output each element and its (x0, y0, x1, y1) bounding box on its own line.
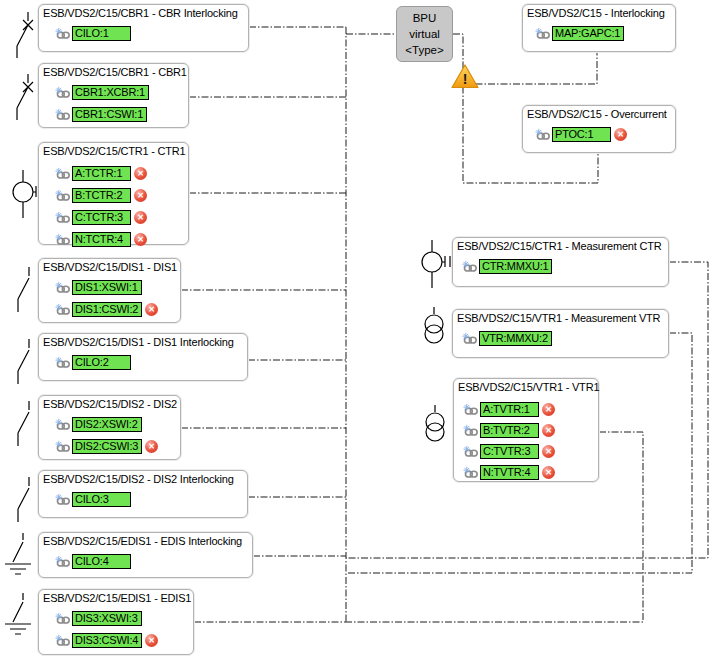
link-icon (462, 332, 479, 346)
node-ctr1[interactable]: ESB/VDS2/C15/CTR1 - CTR1 A:TCTR:1 ✕ B:TC… (38, 142, 189, 245)
bpu-type: <Type> (397, 43, 452, 57)
circuit-breaker-icon (6, 73, 40, 121)
link-icon (55, 281, 72, 295)
logical-node-item[interactable]: DIS3:XSWI:3 (55, 611, 193, 626)
logical-node-item[interactable]: A:TVTR:1 ✕ (463, 402, 598, 417)
logical-node-item[interactable]: CBR1:CSWI:1 (55, 107, 188, 122)
link-icon (535, 27, 552, 41)
logical-node-label: B:TVTR:2 (480, 423, 539, 438)
logical-node-item[interactable]: CTR:MMXU:1 (462, 259, 668, 274)
bpu-virtual-device[interactable]: BPU virtual <Type> (396, 6, 453, 62)
sld-mapping-diagram: BPU virtual <Type> ! ESB/VDS2/C15/CBR1 -… (0, 0, 718, 666)
logical-node-label: N:TCTR:4 (72, 232, 131, 247)
link-icon (463, 466, 480, 480)
logical-node-item[interactable]: CILO:2 (55, 355, 247, 370)
node-edis-interlocking[interactable]: ESB/VDS2/C15/EDIS1 - EDIS Interlocking C… (38, 532, 253, 578)
logical-node-label: C:TCTR:3 (72, 210, 131, 225)
logical-node-label: CBR1:XCBR:1 (72, 85, 149, 100)
logical-node-item[interactable]: CILO:3 (55, 492, 247, 507)
logical-node-item[interactable]: B:TCTR:2 ✕ (55, 188, 188, 203)
warning-icon[interactable]: ! (450, 63, 480, 90)
error-icon: ✕ (145, 634, 158, 647)
link-icon (55, 189, 72, 203)
logical-node-label: DIS3:CSWI:4 (72, 633, 142, 648)
logical-node-label: CILO:3 (72, 492, 131, 507)
node-cbr-interlocking[interactable]: ESB/VDS2/C15/CBR1 - CBR Interlocking CIL… (38, 4, 249, 52)
logical-node-label: DIS2:CSWI:3 (72, 439, 142, 454)
logical-node-item[interactable]: CBR1:XCBR:1 (55, 85, 188, 100)
logical-node-item[interactable]: DIS1:CSWI:2 ✕ (55, 302, 180, 317)
bpu-subtitle: virtual (397, 27, 452, 41)
logical-node-label: C:TVTR:3 (480, 444, 539, 459)
link-icon (55, 233, 72, 247)
logical-node-label: CTR:MMXU:1 (479, 259, 552, 274)
logical-node-label: N:TVTR:4 (480, 465, 539, 480)
circuit-breaker-icon (6, 11, 40, 59)
logical-node-item[interactable]: DIS2:CSWI:3 ✕ (55, 439, 180, 454)
logical-node-item[interactable]: PTOC:1 ✕ (535, 127, 675, 142)
error-icon: ✕ (134, 233, 147, 246)
error-icon: ✕ (614, 128, 627, 141)
logical-node-item[interactable]: CILO:1 (55, 26, 248, 41)
logical-node-item[interactable]: VTR:MMXU:2 (462, 331, 668, 346)
node-title: ESB/VDS2/C15/CBR1 - CBR Interlocking (39, 5, 248, 20)
node-dis2-interlocking[interactable]: ESB/VDS2/C15/DIS2 - DIS2 Interlocking CI… (38, 470, 248, 518)
node-title: ESB/VDS2/C15/VTR1 - Measurement VTR (453, 310, 668, 325)
link-icon (55, 612, 72, 626)
link-icon (463, 403, 480, 417)
logical-node-label: A:TCTR:1 (72, 166, 131, 181)
node-measurement-vtr[interactable]: ESB/VDS2/C15/VTR1 - Measurement VTR VTR:… (452, 309, 669, 358)
error-icon: ✕ (542, 403, 555, 416)
connection-line (463, 52, 597, 84)
error-icon: ✕ (134, 189, 147, 202)
node-title: ESB/VDS2/C15/DIS2 - DIS2 (39, 396, 180, 411)
link-icon (55, 27, 72, 41)
node-measurement-ctr[interactable]: ESB/VDS2/C15/CTR1 - Measurement CTR CTR:… (452, 237, 669, 287)
logical-node-item[interactable]: DIS1:XSWI:1 (55, 280, 180, 295)
node-cbr1[interactable]: ESB/VDS2/C15/CBR1 - CBR1 CBR1:XCBR:1 CBR… (38, 63, 189, 128)
error-icon: ✕ (542, 445, 555, 458)
link-icon (55, 356, 72, 370)
node-title: ESB/VDS2/C15/DIS1 - DIS1 Interlocking (39, 334, 247, 349)
logical-node-item[interactable]: CILO:4 (55, 554, 252, 569)
logical-node-item[interactable]: C:TCTR:3 ✕ (55, 210, 188, 225)
logical-node-item[interactable]: B:TVTR:2 ✕ (463, 423, 598, 438)
node-overcurrent[interactable]: ESB/VDS2/C15 - Overcurrent PTOC:1 ✕ (522, 105, 676, 153)
link-icon (535, 128, 552, 142)
logical-node-item[interactable]: A:TCTR:1 ✕ (55, 166, 188, 181)
logical-node-item[interactable]: MAP:GAPC:1 (535, 26, 675, 41)
link-icon (55, 493, 72, 507)
node-title: ESB/VDS2/C15/DIS1 - DIS1 (39, 259, 180, 274)
node-dis1[interactable]: ESB/VDS2/C15/DIS1 - DIS1 DIS1:XSWI:1 DIS… (38, 258, 181, 323)
logical-node-label: DIS2:XSWI:2 (72, 417, 142, 432)
voltage-transformer-icon (420, 404, 450, 450)
error-icon: ✕ (145, 303, 158, 316)
node-edis1[interactable]: ESB/VDS2/C15/EDIS1 - EDIS1 DIS3:XSWI:3 D… (38, 589, 194, 655)
logical-node-label: PTOC:1 (552, 127, 611, 142)
node-title: ESB/VDS2/C15/EDIS1 - EDIS Interlocking (39, 533, 252, 548)
logical-node-item[interactable]: N:TVTR:4 ✕ (463, 465, 598, 480)
logical-node-label: VTR:MMXU:2 (479, 331, 552, 346)
link-icon (55, 86, 72, 100)
logical-node-item[interactable]: C:TVTR:3 ✕ (463, 444, 598, 459)
node-dis1-interlocking[interactable]: ESB/VDS2/C15/DIS1 - DIS1 Interlocking CI… (38, 333, 248, 381)
logical-node-item[interactable]: N:TCTR:4 ✕ (55, 232, 188, 247)
error-icon: ✕ (134, 167, 147, 180)
link-icon (55, 555, 72, 569)
error-icon: ✕ (542, 466, 555, 479)
node-vtr1[interactable]: ESB/VDS2/C15/VTR1 - VTR1 A:TVTR:1 ✕ B:TV… (453, 378, 599, 482)
link-icon (55, 634, 72, 648)
link-icon (55, 108, 72, 122)
logical-node-label: A:TVTR:1 (480, 402, 539, 417)
node-title: ESB/VDS2/C15/EDIS1 - EDIS1 (39, 590, 193, 605)
logical-node-label: DIS1:CSWI:2 (72, 302, 142, 317)
logical-node-label: B:TCTR:2 (72, 188, 131, 203)
node-dis2[interactable]: ESB/VDS2/C15/DIS2 - DIS2 DIS2:XSWI:2 DIS… (38, 395, 181, 460)
node-station-interlocking[interactable]: ESB/VDS2/C15 - Interlocking MAP:GAPC:1 (522, 4, 676, 52)
link-icon (55, 167, 72, 181)
node-title: ESB/VDS2/C15/CTR1 - CTR1 (39, 143, 188, 158)
error-icon: ✕ (134, 211, 147, 224)
logical-node-label: CILO:4 (72, 554, 131, 569)
logical-node-item[interactable]: DIS2:XSWI:2 (55, 417, 180, 432)
logical-node-item[interactable]: DIS3:CSWI:4 ✕ (55, 633, 193, 648)
